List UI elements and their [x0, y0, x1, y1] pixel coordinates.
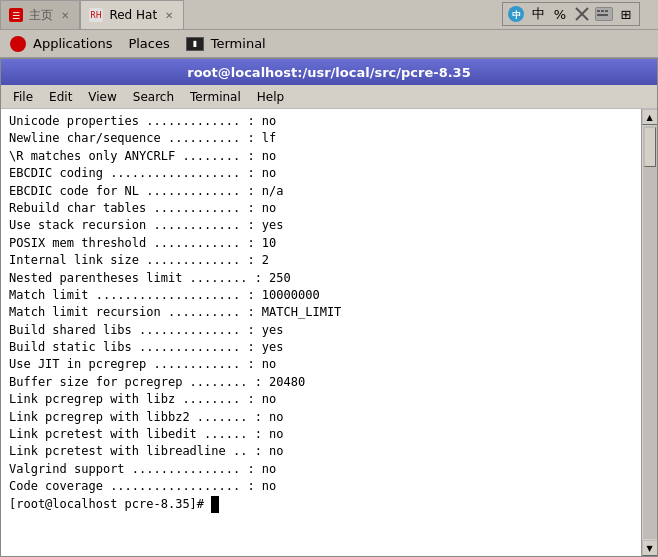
- terminal-icon: ▮: [186, 37, 204, 51]
- terminal-menubar: File Edit View Search Terminal Help: [1, 85, 657, 109]
- edit-menu[interactable]: Edit: [41, 88, 80, 106]
- terminal-menu-item[interactable]: Terminal: [182, 88, 249, 106]
- scroll-thumb[interactable]: [644, 127, 656, 167]
- terminal-menu[interactable]: ▮ Terminal: [178, 33, 274, 54]
- tab-redhat-close[interactable]: ✕: [163, 10, 175, 21]
- svg-rect-11: [601, 10, 604, 12]
- svg-rect-13: [597, 14, 608, 16]
- svg-rect-12: [605, 10, 608, 12]
- expand-icon[interactable]: ⊞: [617, 5, 635, 23]
- tab-redhat-label: Red Hat: [109, 8, 157, 22]
- tab-home[interactable]: ☰ 主页 ✕: [0, 0, 80, 29]
- terminal-label: Terminal: [211, 36, 266, 51]
- view-menu[interactable]: View: [80, 88, 124, 106]
- terminal-body: Unicode properties ............. : no Ne…: [1, 109, 657, 556]
- home-icon: ☰: [9, 8, 23, 22]
- search-menu[interactable]: Search: [125, 88, 182, 106]
- scroll-down[interactable]: ▼: [642, 540, 658, 556]
- tab-home-close[interactable]: ✕: [59, 10, 71, 21]
- places-label: Places: [128, 36, 169, 51]
- applications-label: Applications: [33, 36, 112, 51]
- terminal-window: root@localhost:/usr/local/src/pcre-8.35 …: [0, 58, 658, 557]
- scroll-up[interactable]: ▲: [642, 109, 658, 125]
- terminal-output[interactable]: Unicode properties ............. : no Ne…: [1, 109, 641, 556]
- help-menu[interactable]: Help: [249, 88, 292, 106]
- percent-icon[interactable]: %: [551, 5, 569, 23]
- file-menu[interactable]: File: [5, 88, 41, 106]
- svg-text:RH: RH: [91, 11, 103, 20]
- system-tray: 中 中 % ⊞: [502, 2, 640, 26]
- scrollbar[interactable]: ▲ ▼: [641, 109, 657, 556]
- input-method-icon[interactable]: 中: [507, 5, 525, 23]
- redhat-icon: RH: [89, 8, 103, 22]
- places-menu[interactable]: Places: [120, 33, 177, 54]
- svg-text:☰: ☰: [12, 11, 20, 21]
- svg-rect-10: [597, 10, 600, 12]
- terminal-title: root@localhost:/usr/local/src/pcre-8.35: [1, 59, 657, 85]
- chinese-icon[interactable]: 中: [529, 5, 547, 23]
- apps-icon: [10, 36, 26, 52]
- applications-menu[interactable]: Applications: [2, 33, 120, 55]
- tab-redhat[interactable]: RH Red Hat ✕: [80, 0, 184, 29]
- svg-text:中: 中: [512, 10, 521, 20]
- scroll-track[interactable]: [643, 126, 657, 539]
- tab-home-label: 主页: [29, 7, 53, 24]
- top-menu-bar: Applications Places ▮ Terminal 中 中 %: [0, 30, 658, 58]
- cut-icon[interactable]: [573, 5, 591, 23]
- keyboard-icon[interactable]: [595, 5, 613, 23]
